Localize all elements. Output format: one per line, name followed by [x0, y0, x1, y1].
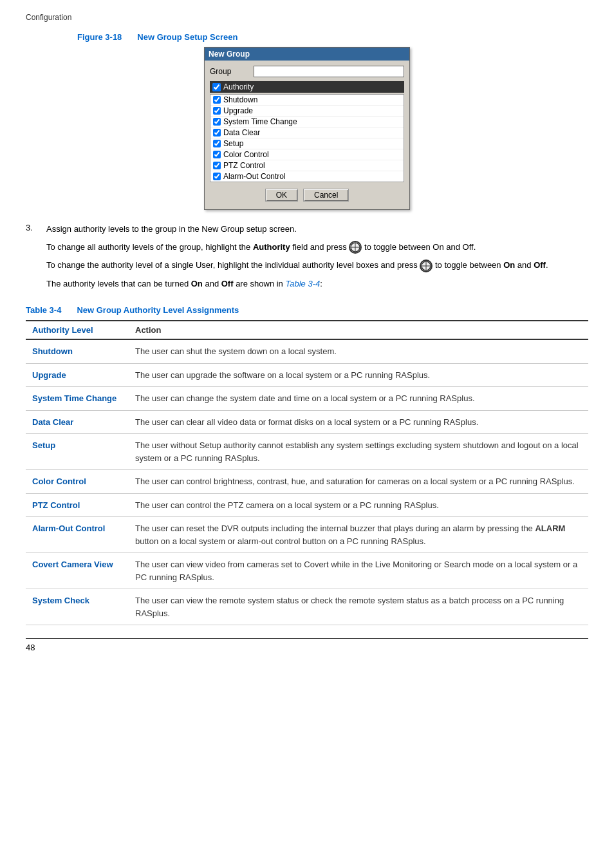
authority-level-cell: Alarm-Out Control	[26, 517, 129, 553]
authority-level-cell: PTZ Control	[26, 493, 129, 517]
action-cell: The user can shut the system down on a l…	[129, 339, 588, 363]
cancel-button[interactable]: Cancel	[303, 189, 349, 202]
ok-button[interactable]: OK	[265, 189, 298, 202]
checkbox-shutdown[interactable]	[213, 96, 221, 104]
action-cell: The user can control the PTZ camera on a…	[129, 493, 588, 517]
page-number: 48	[26, 643, 35, 652]
group-label: Group	[210, 67, 248, 76]
table-row: System Time ChangeThe user can change th…	[26, 387, 588, 411]
table-description: New Group Authority Level Assignments	[77, 305, 239, 315]
action-cell: The user can control brightness, contras…	[129, 470, 588, 494]
step3-container: 3. Assign authority levels to the group …	[26, 223, 588, 295]
table-row: Alarm-Out ControlThe user can reset the …	[26, 517, 588, 553]
authority-header: Authority	[210, 81, 404, 93]
authority-item-shutdown: Shutdown	[210, 95, 404, 106]
dialog-body: Group Authority ShutdownUpgradeSystem Ti…	[205, 61, 409, 209]
authority-item-ptz_control: PTZ Control	[210, 160, 404, 171]
table-label: Table 3-4	[26, 305, 61, 315]
checkbox-setup[interactable]	[213, 140, 221, 147]
checkbox-ptz_control[interactable]	[213, 162, 221, 169]
joystick-icon-1	[349, 241, 362, 254]
figure-description: New Group Setup Screen	[137, 32, 237, 42]
figure-title: Figure 3-18 New Group Setup Screen	[77, 32, 237, 42]
authority-level-cell: System Time Change	[26, 387, 129, 411]
table-row: Covert Camera ViewThe user can view vide…	[26, 553, 588, 589]
authority-item-data_clear: Data Clear	[210, 127, 404, 138]
action-cell: The user without Setup authority cannot …	[129, 434, 588, 470]
table-row: System CheckThe user can view the remote…	[26, 589, 588, 625]
step3-para2: To change the authority level of a singl…	[46, 259, 588, 272]
table-row: Data ClearThe user can clear all video d…	[26, 410, 588, 434]
checkbox-data_clear[interactable]	[213, 129, 221, 137]
col-header-action: Action	[129, 321, 588, 339]
table-title-row: Table 3-4 New Group Authority Level Assi…	[26, 305, 588, 315]
authority-level-cell: Upgrade	[26, 363, 129, 387]
authority-level-cell: Setup	[26, 434, 129, 470]
action-cell: The user can view the remote system stat…	[129, 589, 588, 625]
authority-item-color_control: Color Control	[210, 149, 404, 160]
group-row: Group	[210, 66, 404, 77]
authority-level-cell: System Check	[26, 589, 129, 625]
step-number: 3.	[26, 223, 39, 295]
table-row: PTZ ControlThe user can control the PTZ …	[26, 493, 588, 517]
action-cell: The user can view video from cameras set…	[129, 553, 588, 589]
action-cell: The user can reset the DVR outputs inclu…	[129, 517, 588, 553]
action-cell: The user can change the system date and …	[129, 387, 588, 411]
step3-para1: To change all authority levels of the gr…	[46, 241, 588, 254]
col-header-level: Authority Level	[26, 321, 129, 339]
authority-table: Authority Level Action ShutdownThe user …	[26, 320, 588, 625]
page-footer: 48	[26, 638, 588, 652]
action-cell: The user can upgrade the software on a l…	[129, 363, 588, 387]
table-link[interactable]: Table 3-4	[285, 279, 320, 288]
authority-item-system_time_change: System Time Change	[210, 117, 404, 127]
table-row: Color ControlThe user can control bright…	[26, 470, 588, 494]
authority-level-cell: Shutdown	[26, 339, 129, 363]
checkbox-color_control[interactable]	[213, 151, 221, 158]
joystick-icon-2	[420, 259, 433, 272]
checkbox-alarm_out_control[interactable]	[213, 173, 221, 180]
step3-content: Assign authority levels to the group in …	[46, 223, 588, 295]
group-input[interactable]	[254, 66, 404, 77]
table-row: SetupThe user without Setup authority ca…	[26, 434, 588, 470]
checkbox-system_time_change[interactable]	[213, 118, 221, 126]
figure-container: Figure 3-18 New Group Setup Screen New G…	[26, 32, 588, 210]
step3-para3: The authority levels that can be turned …	[46, 278, 588, 290]
dialog-buttons: OK Cancel	[210, 186, 404, 204]
action-cell: The user can clear all video data or for…	[129, 410, 588, 434]
new-group-dialog: New Group Group Authority ShutdownUpgrad…	[204, 47, 410, 210]
table-row: UpgradeThe user can upgrade the software…	[26, 363, 588, 387]
authority-level-cell: Covert Camera View	[26, 553, 129, 589]
authority-checkbox[interactable]	[212, 83, 221, 91]
checkbox-upgrade[interactable]	[213, 107, 221, 115]
breadcrumb: Configuration	[26, 13, 588, 22]
authority-item-setup: Setup	[210, 138, 404, 149]
authority-item-alarm_out_control: Alarm-Out Control	[210, 171, 404, 182]
authority-list: ShutdownUpgradeSystem Time ChangeData Cl…	[210, 94, 404, 182]
figure-label: Figure 3-18	[77, 32, 122, 42]
table-row: ShutdownThe user can shut the system dow…	[26, 339, 588, 363]
authority-level-cell: Data Clear	[26, 410, 129, 434]
authority-item-upgrade: Upgrade	[210, 106, 404, 117]
authority-level-cell: Color Control	[26, 470, 129, 494]
dialog-title: New Group	[205, 48, 409, 61]
step3-intro: Assign authority levels to the group in …	[46, 223, 588, 236]
